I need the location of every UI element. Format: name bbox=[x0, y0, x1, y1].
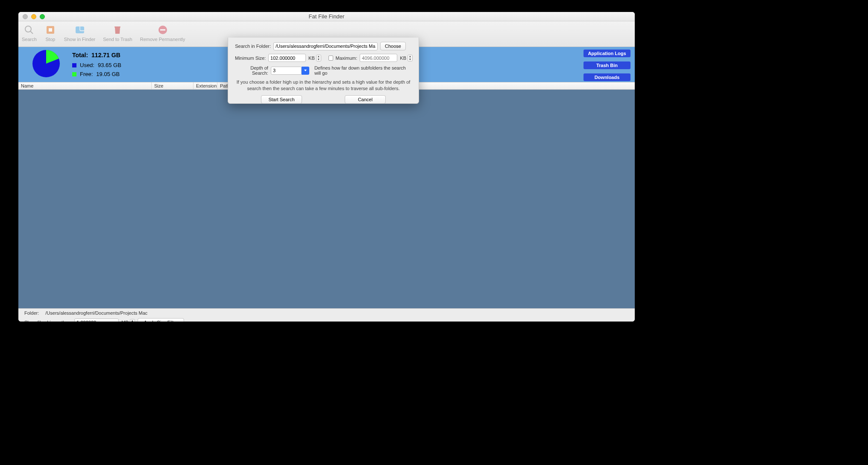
apply-size-filter-button[interactable]: Apply Size Filter bbox=[138, 318, 184, 322]
search-sheet: Search in Folder: Choose Minimum Size: K… bbox=[228, 38, 419, 104]
search-in-folder-label: Search in Folder: bbox=[234, 44, 271, 49]
stop-button[interactable]: Stop bbox=[44, 24, 56, 42]
close-window-button[interactable] bbox=[23, 14, 28, 19]
maximum-label: Maximum: bbox=[336, 56, 358, 61]
search-label: Search bbox=[22, 37, 37, 42]
disk-pie-chart bbox=[31, 49, 61, 80]
min-unit-stepper: KB ▲▼ bbox=[308, 55, 321, 61]
depth-dropdown-button[interactable] bbox=[302, 67, 309, 75]
disk-used-value: 93.65 GB bbox=[98, 62, 121, 68]
depth-hint: Defines how far down subfolders the sear… bbox=[314, 65, 413, 76]
search-button[interactable]: Search bbox=[22, 24, 37, 42]
max-unit-label: KB bbox=[400, 56, 406, 61]
send-to-trash-label: Send to Trash bbox=[103, 37, 132, 42]
size-unit-stepper-arrows[interactable]: ▲▼ bbox=[130, 319, 135, 322]
stop-icon bbox=[44, 24, 56, 36]
finder-icon bbox=[74, 24, 86, 36]
show-bigger-than-label: Show files bigger than: bbox=[24, 320, 72, 322]
disk-total-row: Total: 112.71 GB bbox=[72, 52, 121, 58]
maximum-checkbox[interactable] bbox=[328, 56, 333, 61]
maximum-size-input[interactable] bbox=[360, 54, 397, 62]
show-in-finder-button[interactable]: Show in Finder bbox=[64, 24, 95, 42]
chevron-down-icon bbox=[304, 69, 307, 72]
svg-point-0 bbox=[25, 26, 31, 32]
depth-input[interactable] bbox=[271, 67, 302, 75]
start-search-button[interactable]: Start Search bbox=[261, 95, 302, 104]
choose-folder-button[interactable]: Choose bbox=[380, 42, 406, 50]
quick-folder-buttons: Application Logs Trash Bin Downloads bbox=[584, 50, 630, 81]
footer-folder-row: Folder: /Users/alessandrogferri/Document… bbox=[24, 310, 629, 316]
search-icon bbox=[23, 24, 35, 36]
max-unit-arrows[interactable]: ▲▼ bbox=[408, 55, 413, 61]
free-swatch bbox=[72, 72, 76, 76]
cancel-button[interactable]: Cancel bbox=[345, 95, 386, 104]
svg-rect-5 bbox=[114, 26, 120, 28]
remove-permanently-button[interactable]: Remove Permanently bbox=[140, 24, 185, 42]
window-title: Fat File Finder bbox=[18, 13, 635, 20]
disk-total-label: Total: bbox=[72, 52, 88, 58]
stop-label: Stop bbox=[46, 37, 56, 42]
footer-folder-path: /Users/alessandrogferri/Documents/Projec… bbox=[45, 310, 147, 316]
col-size[interactable]: Size bbox=[152, 82, 194, 89]
app-window: Fat File Finder Search Stop Show in Find… bbox=[18, 12, 635, 322]
svg-rect-7 bbox=[160, 29, 165, 31]
disk-stats: Total: 112.71 GB Used: 93.65 GB Free: 19… bbox=[72, 52, 121, 77]
min-unit-label: KB bbox=[308, 56, 315, 61]
footer: Folder: /Users/alessandrogferri/Document… bbox=[18, 308, 635, 322]
application-logs-button[interactable]: Application Logs bbox=[584, 50, 630, 57]
svg-line-1 bbox=[30, 31, 33, 34]
disk-used-label: Used: bbox=[80, 62, 94, 68]
disk-free-label: Free: bbox=[80, 71, 93, 77]
remove-permanently-label: Remove Permanently bbox=[140, 37, 185, 42]
footer-filter-row: Show files bigger than: MB ▲▼ Apply Size… bbox=[24, 318, 629, 322]
downloads-button[interactable]: Downloads bbox=[584, 73, 630, 81]
minimum-size-label: Minimum Size: bbox=[234, 56, 266, 61]
size-unit-stepper: MB ▲▼ bbox=[121, 319, 135, 322]
footer-folder-label: Folder: bbox=[24, 310, 39, 316]
search-folder-input[interactable] bbox=[273, 42, 378, 50]
maximize-window-button[interactable] bbox=[40, 14, 45, 19]
send-to-trash-button[interactable]: Send to Trash bbox=[103, 24, 132, 42]
used-swatch bbox=[72, 63, 76, 67]
show-in-finder-label: Show in Finder bbox=[64, 37, 95, 42]
traffic-lights bbox=[23, 14, 45, 19]
titlebar: Fat File Finder bbox=[18, 12, 635, 21]
depth-of-search-label: Depth of Search: bbox=[234, 65, 268, 76]
disk-used-row: Used: 93.65 GB bbox=[72, 62, 121, 68]
size-filter-input[interactable] bbox=[74, 319, 119, 322]
col-extension[interactable]: Extension bbox=[194, 82, 217, 89]
svg-rect-3 bbox=[49, 28, 52, 32]
max-unit-stepper: KB ▲▼ bbox=[400, 55, 413, 61]
results-area bbox=[18, 90, 635, 308]
disk-free-value: 19.05 GB bbox=[96, 71, 120, 77]
min-unit-arrows[interactable]: ▲▼ bbox=[316, 55, 321, 61]
disk-free-row: Free: 19.05 GB bbox=[72, 71, 121, 77]
minimum-size-input[interactable] bbox=[268, 54, 306, 62]
size-unit-label: MB bbox=[121, 320, 129, 322]
search-warning: If you choose a folder high up in the hi… bbox=[234, 79, 413, 92]
trash-icon bbox=[111, 24, 123, 36]
minimize-window-button[interactable] bbox=[31, 14, 36, 19]
disk-total-value: 112.71 GB bbox=[91, 52, 120, 58]
col-name[interactable]: Name bbox=[18, 82, 152, 89]
remove-icon bbox=[157, 24, 169, 36]
trash-bin-button[interactable]: Trash Bin bbox=[584, 61, 630, 69]
